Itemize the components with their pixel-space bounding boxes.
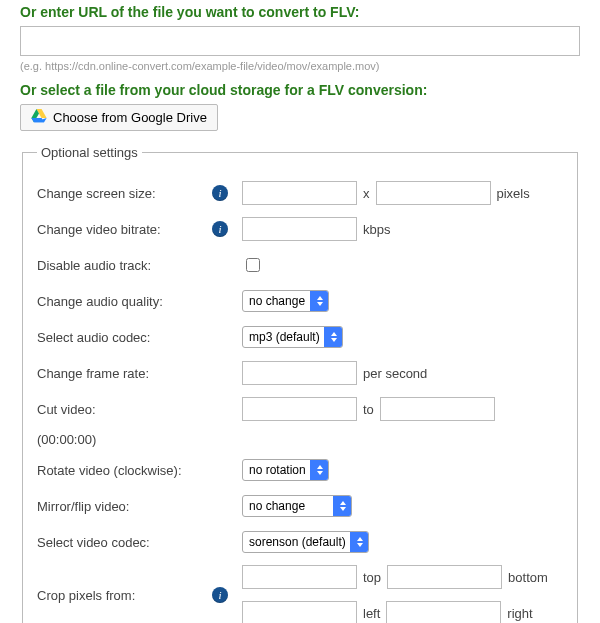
- screen-size-sep: x: [363, 186, 370, 201]
- cut-video-label: Cut video:: [37, 402, 212, 417]
- screen-width-input[interactable]: [242, 181, 357, 205]
- video-codec-label: Select video codec:: [37, 535, 212, 550]
- info-icon[interactable]: i: [212, 221, 228, 237]
- screen-size-unit: pixels: [497, 186, 530, 201]
- cut-to-input[interactable]: [380, 397, 495, 421]
- crop-top-label: top: [363, 570, 381, 585]
- crop-top-input[interactable]: [242, 565, 357, 589]
- row-disable-audio: Disable audio track:: [37, 252, 563, 278]
- row-screen-size: Change screen size: i x pixels: [37, 180, 563, 206]
- bitrate-label: Change video bitrate:: [37, 222, 212, 237]
- row-audio-quality: Change audio quality: no change: [37, 288, 563, 314]
- rotate-label: Rotate video (clockwise):: [37, 463, 212, 478]
- url-input[interactable]: [20, 26, 580, 56]
- crop-left-label: left: [363, 606, 380, 621]
- info-icon[interactable]: i: [212, 185, 228, 201]
- frame-rate-label: Change frame rate:: [37, 366, 212, 381]
- cloud-section-title: Or select a file from your cloud storage…: [20, 82, 580, 98]
- audio-quality-select[interactable]: no change: [242, 290, 329, 312]
- cut-to-label: to: [363, 402, 374, 417]
- cut-video-note: (00:00:00): [37, 432, 563, 447]
- row-mirror: Mirror/flip video: no change: [37, 493, 563, 519]
- google-drive-icon: [31, 109, 47, 126]
- crop-bottom-input[interactable]: [387, 565, 502, 589]
- google-drive-label: Choose from Google Drive: [53, 110, 207, 125]
- url-hint: (e.g. https://cdn.online-convert.com/exa…: [20, 60, 580, 72]
- row-crop: Crop pixels from: i top bottom left righ…: [37, 565, 563, 623]
- crop-label: Crop pixels from:: [37, 588, 212, 603]
- disable-audio-label: Disable audio track:: [37, 258, 212, 273]
- svg-marker-3: [31, 118, 44, 122]
- crop-right-input[interactable]: [386, 601, 501, 623]
- crop-left-input[interactable]: [242, 601, 357, 623]
- audio-codec-select[interactable]: mp3 (default): [242, 326, 343, 348]
- screen-height-input[interactable]: [376, 181, 491, 205]
- info-icon[interactable]: i: [212, 587, 228, 603]
- audio-codec-label: Select audio codec:: [37, 330, 212, 345]
- screen-size-label: Change screen size:: [37, 186, 212, 201]
- rotate-select[interactable]: no rotation: [242, 459, 329, 481]
- url-section-title: Or enter URL of the file you want to con…: [20, 4, 580, 20]
- video-codec-select[interactable]: sorenson (default): [242, 531, 369, 553]
- optional-settings-fieldset: Optional settings Change screen size: i …: [22, 145, 578, 623]
- optional-settings-legend: Optional settings: [37, 145, 142, 160]
- row-frame-rate: Change frame rate: per second: [37, 360, 563, 386]
- mirror-label: Mirror/flip video:: [37, 499, 212, 514]
- frame-rate-input[interactable]: [242, 361, 357, 385]
- bitrate-unit: kbps: [363, 222, 390, 237]
- bitrate-input[interactable]: [242, 217, 357, 241]
- cut-from-input[interactable]: [242, 397, 357, 421]
- crop-bottom-label: bottom: [508, 570, 548, 585]
- row-audio-codec: Select audio codec: mp3 (default): [37, 324, 563, 350]
- frame-rate-unit: per second: [363, 366, 427, 381]
- row-cut-video: Cut video: to: [37, 396, 563, 422]
- audio-quality-label: Change audio quality:: [37, 294, 212, 309]
- disable-audio-checkbox[interactable]: [246, 258, 260, 272]
- row-rotate: Rotate video (clockwise): no rotation: [37, 457, 563, 483]
- crop-right-label: right: [507, 606, 532, 621]
- row-video-codec: Select video codec: sorenson (default): [37, 529, 563, 555]
- mirror-select[interactable]: no change: [242, 495, 352, 517]
- choose-google-drive-button[interactable]: Choose from Google Drive: [20, 104, 218, 131]
- row-bitrate: Change video bitrate: i kbps: [37, 216, 563, 242]
